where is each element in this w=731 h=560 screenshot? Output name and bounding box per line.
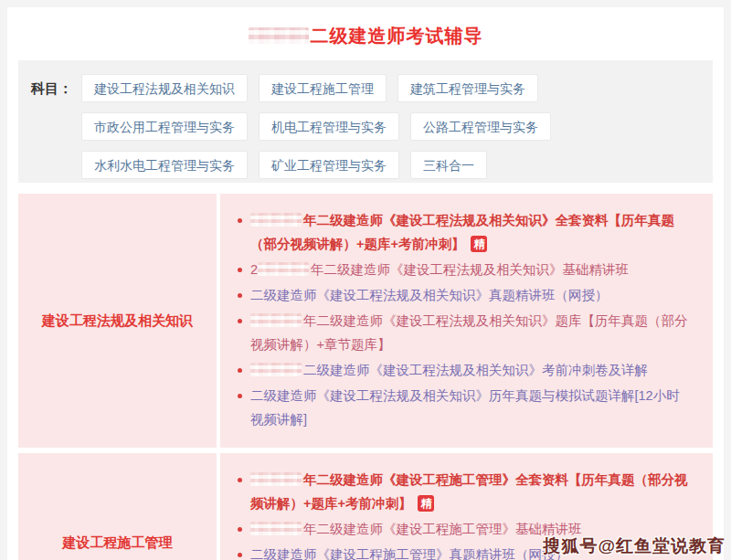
bullet-icon xyxy=(238,394,242,398)
bullet-icon xyxy=(238,527,242,532)
category-label: 建设工程法规及相关知识 xyxy=(37,312,198,330)
course-table: 建设工程法规及相关知识年二级建造师《建设工程法规及相关知识》全套资料【历年真题（… xyxy=(18,194,713,560)
subject-button[interactable]: 水利水电工程管理与实务 xyxy=(81,151,248,179)
subject-button[interactable]: 矿业工程管理与实务 xyxy=(259,151,399,179)
list-item: 二级建造师《建设工程法规及相关知识》历年真题与模拟试题详解[12小时视频讲解] xyxy=(237,384,689,431)
redacted-blur xyxy=(258,262,309,276)
course-list-cell: 年二级建造师《建设工程法规及相关知识》全套资料【历年真题（部分视频讲解）+题库+… xyxy=(220,194,713,448)
redacted-blur xyxy=(250,313,302,327)
subjects-panel: 科目： 建设工程法规及相关知识建设工程施工管理建筑工程管理与实务市政公用工程管理… xyxy=(18,60,713,183)
list-item: 年二级建造师《建设工程法规及相关知识》全套资料【历年真题（部分视频讲解）+题库+… xyxy=(237,208,689,256)
bullet-icon xyxy=(238,553,242,557)
course-link[interactable]: 二级建造师《建设工程法规及相关知识》历年真题与模拟试题详解[12小时视频讲解] xyxy=(250,388,680,427)
list-item: 年二级建造师《建设工程法规及相关知识》题库【历年真题（部分视频讲解）+章节题库】 xyxy=(237,309,689,356)
course-link[interactable]: 二级建造师《建设工程施工管理》真题精讲班（网授） xyxy=(250,547,568,560)
course-link[interactable]: 2年二级建造师《建设工程法规及相关知识》基础精讲班 xyxy=(250,262,629,277)
list-item: 年二级建造师《建设工程施工管理》全套资料【历年真题（部分视频讲解）+题库+考前冲… xyxy=(237,468,689,515)
course-link[interactable]: 年二级建造师《建设工程法规及相关知识》全套资料【历年真题（部分视频讲解）+题库+… xyxy=(250,213,674,251)
bullet-icon xyxy=(238,218,242,223)
subject-button[interactable]: 建设工程法规及相关知识 xyxy=(81,74,248,102)
course-link[interactable]: 年二级建造师《建设工程法规及相关知识》题库【历年真题（部分视频讲解）+章节题库】 xyxy=(250,313,688,352)
list-item: 二级建造师《建设工程法规及相关知识》考前冲刺卷及详解 xyxy=(237,358,689,382)
subject-button[interactable]: 建设工程施工管理 xyxy=(259,74,387,102)
bullet-icon xyxy=(238,293,242,298)
redacted-blur xyxy=(249,27,309,44)
redacted-blur xyxy=(250,522,302,535)
redacted-blur xyxy=(250,213,302,227)
list-item: 二级建造师《建设工程法规及相关知识》真题精讲班（网授） xyxy=(237,283,689,307)
featured-badge: 精 xyxy=(418,495,434,512)
subject-button[interactable]: 三科合一 xyxy=(410,151,487,179)
course-link[interactable]: 年二级建造师《建设工程施工管理》基础精讲班 xyxy=(250,522,582,536)
subjects-label: 科目： xyxy=(31,74,72,102)
content-card: 二级建造师考试辅导 科目： 建设工程法规及相关知识建设工程施工管理建筑工程管理与… xyxy=(7,7,724,560)
redacted-blur xyxy=(250,472,302,486)
subject-button[interactable]: 建筑工程管理与实务 xyxy=(397,74,538,102)
course-link[interactable]: 年二级建造师《建设工程施工管理》全套资料【历年真题（部分视频讲解）+题库+考前冲… xyxy=(250,472,688,511)
title-wrap: 二级建造师考试辅导 xyxy=(7,7,724,58)
page-title: 二级建造师考试辅导 xyxy=(249,24,483,48)
subject-button[interactable]: 公路工程管理与实务 xyxy=(410,112,551,141)
list-item: 二级建造师《建设工程施工管理》真题精讲班（网授） xyxy=(237,543,689,560)
subject-buttons: 建设工程法规及相关知识建设工程施工管理建筑工程管理与实务市政公用工程管理与实务机… xyxy=(81,74,700,179)
course-link[interactable]: 二级建造师《建设工程法规及相关知识》真题精讲班（网授） xyxy=(250,288,609,302)
list-item: 年二级建造师《建设工程施工管理》基础精讲班 xyxy=(237,517,689,541)
bullet-icon xyxy=(238,319,242,323)
category-cell: 建设工程法规及相关知识 xyxy=(18,194,217,448)
course-link[interactable]: 二级建造师《建设工程法规及相关知识》考前冲刺卷及详解 xyxy=(250,363,648,377)
page: 二级建造师考试辅导 科目： 建设工程法规及相关知识建设工程施工管理建筑工程管理与… xyxy=(0,0,731,560)
subject-button[interactable]: 机电工程管理与实务 xyxy=(259,112,399,141)
subject-button[interactable]: 市政公用工程管理与实务 xyxy=(81,112,248,141)
list-item: 2年二级建造师《建设工程法规及相关知识》基础精讲班 xyxy=(237,258,689,281)
course-list-cell: 年二级建造师《建设工程施工管理》全套资料【历年真题（部分视频讲解）+题库+考前冲… xyxy=(220,453,713,560)
bullet-icon xyxy=(238,268,242,272)
redacted-blur xyxy=(250,363,302,376)
category-cell: 建设工程施工管理 xyxy=(18,453,217,560)
category-label: 建设工程施工管理 xyxy=(58,534,178,552)
bullet-icon xyxy=(238,478,242,482)
page-title-text: 二级建造师考试辅导 xyxy=(311,26,483,46)
featured-badge: 精 xyxy=(471,236,487,252)
bullet-icon xyxy=(238,368,242,373)
